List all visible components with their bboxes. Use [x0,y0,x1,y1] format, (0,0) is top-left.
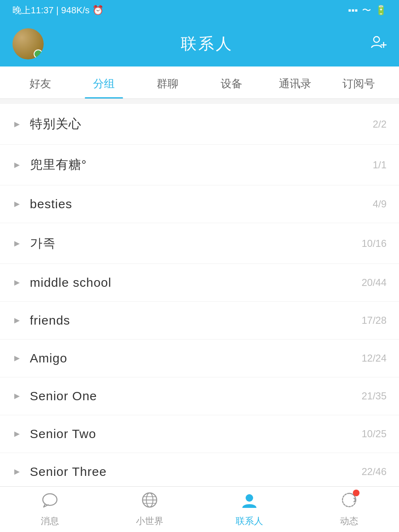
expand-icon: ► [12,466,22,477]
group-name: friends [30,313,362,328]
contacts-label: 联系人 [236,515,263,527]
nav-messages[interactable]: 消息 [0,491,100,527]
group-name: 特别关心 [30,116,373,133]
navigation-tabs: 好友 分组 群聊 设备 通讯录 订阅号 [0,66,399,99]
battery-icon: 🔋 [375,5,387,16]
group-name: besties [30,197,373,211]
group-name: Amigo [30,351,362,365]
group-count: 17/28 [362,315,387,326]
svg-point-9 [246,494,253,502]
messages-icon [41,491,59,512]
group-list-container: ► 特别关心 2/2 ► 兜里有糖° 1/1 ► besties 4/9 ► 가… [0,104,399,532]
group-item[interactable]: ► Senior Two 10/25 [0,415,399,453]
group-item[interactable]: ► friends 17/28 [0,302,399,340]
group-item[interactable]: ► 兜里有糖° 1/1 [0,145,399,185]
group-count: 21/35 [362,390,387,402]
nav-activity[interactable]: 动态 [299,491,399,527]
svg-point-0 [374,37,379,42]
group-count: 4/9 [373,198,387,210]
signal-icon: ▪▪▪ [348,5,358,16]
group-item[interactable]: ► Senior Three 22/46 [0,453,399,491]
app-header: 联系人 [0,21,399,66]
tab-devices[interactable]: 设备 [200,66,263,99]
expand-icon: ► [12,429,22,439]
page-title: 联系人 [181,33,233,54]
tab-contacts[interactable]: 通讯录 [263,66,327,99]
contacts-icon [241,491,258,512]
group-count: 10/25 [362,428,387,440]
alarm-icon: ⏰ [92,5,103,15]
expand-icon: ► [12,119,22,130]
user-avatar[interactable] [12,28,44,59]
group-item[interactable]: ► Amigo 12/24 [0,340,399,377]
group-count: 10/16 [362,238,387,249]
wifi-icon: 〜 [362,4,371,17]
add-contact-button[interactable] [370,34,387,54]
group-name: Senior Two [30,427,362,441]
group-item[interactable]: ► 特别关心 2/2 [0,104,399,145]
group-name: Senior Three [30,465,362,479]
tab-groups[interactable]: 分组 [72,66,135,99]
group-count: 20/44 [362,277,387,288]
status-bar: 晚上11:37 | 948K/s ⏰ ▪▪▪ 〜 🔋 [0,0,399,21]
nav-world[interactable]: 小世界 [100,491,200,527]
expand-icon: ► [12,238,22,249]
activity-icon [340,491,358,512]
messages-label: 消息 [41,515,59,527]
status-time-speed: 晚上11:37 | 948K/s ⏰ [12,4,103,17]
group-count: 22/46 [362,466,387,478]
activity-label: 动态 [340,515,358,527]
status-separator: | [56,5,61,15]
tab-friends[interactable]: 好友 [8,66,72,99]
expand-icon: ► [12,315,22,326]
bottom-navigation: 消息 小世界 联系人 [0,486,399,532]
group-item[interactable]: ► Senior One 21/35 [0,377,399,415]
expand-icon: ► [12,353,22,364]
group-item[interactable]: ► middle school 20/44 [0,264,399,302]
group-count: 1/1 [373,159,387,171]
tab-group-chat[interactable]: 群聊 [136,66,200,99]
avatar-image [12,28,44,59]
nav-contacts[interactable]: 联系人 [200,491,299,527]
group-name: middle school [30,276,362,290]
group-name: Senior One [30,389,362,403]
group-name: 兜里有糖° [30,156,373,173]
group-item[interactable]: ► besties 4/9 [0,185,399,223]
status-speed: 948K/s [61,5,90,15]
expand-icon: ► [12,199,22,209]
activity-badge [353,490,360,496]
expand-icon: ► [12,160,22,170]
tab-subscriptions[interactable]: 订阅号 [327,66,391,99]
world-icon [141,491,158,512]
group-count: 2/2 [373,118,387,130]
group-name: 가족 [30,235,362,252]
world-label: 小世界 [136,515,163,527]
expand-icon: ► [12,277,22,288]
expand-icon: ► [12,391,22,401]
group-item[interactable]: ► 가족 10/16 [0,223,399,264]
status-time: 晚上11:37 [12,5,54,15]
group-count: 12/24 [362,352,387,364]
status-right-icons: ▪▪▪ 〜 🔋 [348,4,387,17]
group-list: ► 特别关心 2/2 ► 兜里有糖° 1/1 ► besties 4/9 ► 가… [0,104,399,532]
